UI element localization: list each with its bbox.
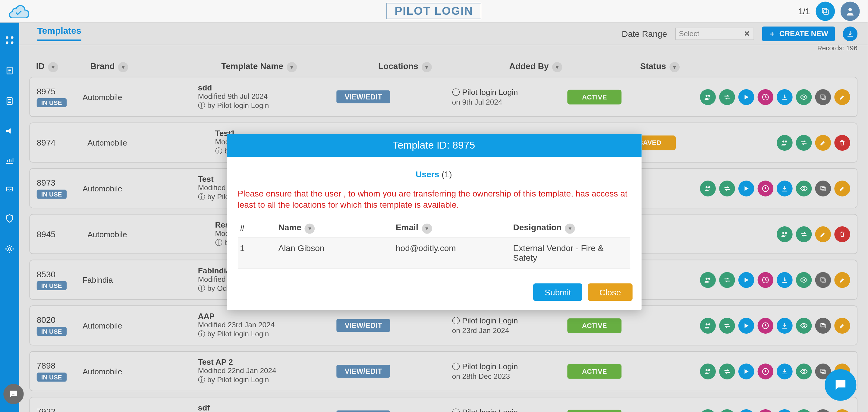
modal-row-designation: External Vendor - Fire & Safety: [513, 243, 628, 262]
modal-users-count: (1): [441, 169, 452, 179]
modal-col-name[interactable]: Name: [278, 222, 301, 232]
modal-col-email[interactable]: Email: [396, 222, 418, 232]
modal-col-index: #: [240, 223, 278, 233]
modal-warning-text: Please ensure that the user , to whom yo…: [238, 188, 630, 211]
chat-left-icon[interactable]: [3, 384, 24, 404]
close-button[interactable]: Close: [588, 283, 632, 300]
modal-row-name: Alan Gibson: [278, 243, 396, 262]
modal-col-designation[interactable]: Designation: [513, 222, 562, 232]
transfer-ownership-modal: Template ID: 8975 Users (1) Please ensur…: [226, 134, 641, 310]
submit-button[interactable]: Submit: [533, 283, 582, 300]
sort-icon[interactable]: ▼: [422, 223, 432, 233]
modal-row-email: hod@oditly.com: [396, 243, 513, 262]
modal-row-index: 1: [240, 243, 278, 262]
modal-title: Template ID: 8975: [226, 134, 641, 157]
sort-icon[interactable]: ▼: [305, 223, 315, 233]
modal-table-header: # Name▼ Email▼ Designation▼: [238, 219, 630, 237]
chat-right-icon[interactable]: [825, 369, 856, 401]
modal-users-tab[interactable]: Users: [415, 169, 439, 179]
sort-icon[interactable]: ▼: [565, 223, 575, 233]
modal-user-row[interactable]: 1 Alan Gibson hod@oditly.com External Ve…: [238, 237, 630, 268]
